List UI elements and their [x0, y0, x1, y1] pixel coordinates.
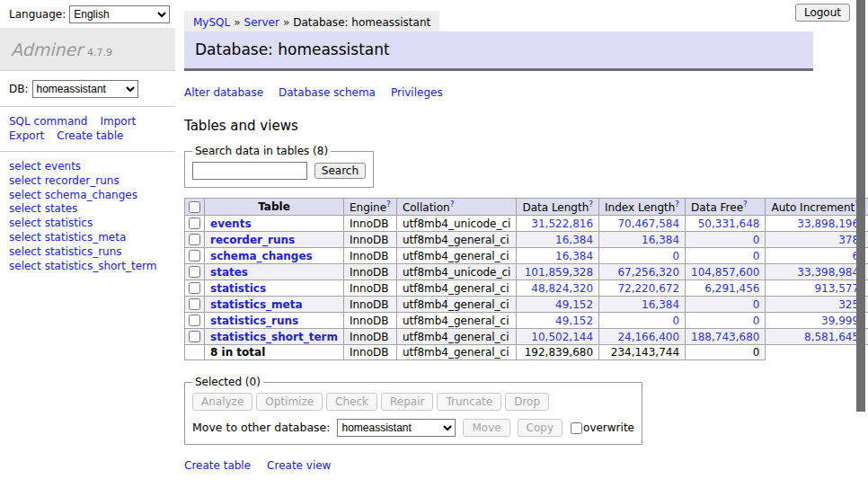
app-version: 4.7.9	[87, 47, 112, 58]
row-checkbox[interactable]	[189, 266, 200, 278]
data-length-cell: 16,384	[517, 248, 599, 264]
hint-marker[interactable]: ?	[675, 200, 679, 209]
hint-marker[interactable]: ?	[743, 200, 748, 209]
table-link-statistics_meta[interactable]: statistics_meta	[210, 298, 303, 311]
hint-marker[interactable]: ?	[450, 200, 455, 209]
sidebar-table-link-statistics[interactable]: statistics	[45, 217, 93, 229]
row-checkbox[interactable]	[189, 250, 200, 262]
collation-cell: utf8mb4_general_ci	[396, 297, 517, 313]
row-checkbox[interactable]	[189, 331, 200, 342]
totals-empty-cell	[185, 345, 205, 360]
truncate-button[interactable]: Truncate	[437, 393, 501, 411]
auto-increment-cell: 39,999	[766, 313, 865, 329]
data-length-cell: 49,152	[517, 297, 599, 313]
collation-cell: utf8mb4_unicode_ci	[396, 216, 517, 232]
logout-button[interactable]: Logout	[795, 4, 850, 22]
search-input[interactable]	[192, 162, 307, 180]
sidebar-table-link-states[interactable]: states	[45, 202, 78, 215]
row-checkbox[interactable]	[189, 234, 200, 245]
index-length-cell: 72,220,672	[599, 280, 686, 297]
row-checkbox[interactable]	[189, 298, 200, 310]
sidebar-table-link-recorder_runs[interactable]: recorder_runs	[45, 174, 120, 187]
select-all-checkbox[interactable]	[189, 201, 200, 213]
sidebar-table-link-statistics_runs[interactable]: statistics_runs	[45, 245, 122, 258]
search-button[interactable]: Search	[314, 163, 366, 179]
data-free-cell: 0	[686, 297, 766, 313]
sidebar-table-link-statistics_meta[interactable]: statistics_meta	[45, 231, 127, 244]
top-link-alter-database[interactable]: Alter database	[184, 86, 263, 99]
sidebar-table-link-events[interactable]: events	[45, 160, 81, 173]
selected-legend: Selected (0)	[192, 376, 263, 388]
optimize-button[interactable]: Optimize	[256, 393, 323, 411]
table-name-cell: recorder_runs	[205, 232, 344, 248]
data-length-cell: 16,384	[517, 232, 599, 248]
db-select[interactable]: homeassistant	[32, 80, 138, 98]
sidebar-table-link-statistics_short_term[interactable]: statistics_short_term	[45, 260, 157, 272]
app-brand: Adminer4.7.9	[0, 28, 175, 71]
select-link-statistics[interactable]: select	[9, 217, 41, 229]
column-header-table: Table	[205, 199, 344, 216]
search-fieldset: Search data in tables (8) Search	[184, 145, 374, 188]
table-row: statistics_short_termInnoDButf8mb4_gener…	[185, 329, 868, 345]
bottom-link-create-table[interactable]: Create table	[184, 459, 251, 472]
row-checkbox[interactable]	[189, 217, 200, 229]
top-link-privileges[interactable]: Privileges	[391, 86, 443, 99]
check-button[interactable]: Check	[326, 393, 377, 411]
row-checkbox[interactable]	[189, 315, 200, 326]
hint-marker[interactable]: ?	[386, 200, 391, 209]
overwrite-checkbox[interactable]	[571, 422, 582, 434]
rows-cell: ~ 3	[865, 248, 868, 264]
select-link-events[interactable]: select	[9, 160, 41, 173]
table-row: schema_changesInnoDButf8mb4_general_ci16…	[185, 248, 868, 264]
sidebar-link-import[interactable]: Import	[100, 115, 136, 128]
drop-button[interactable]: Drop	[505, 393, 549, 411]
select-link-states[interactable]: select	[9, 202, 41, 215]
table-name-cell: statistics	[205, 280, 344, 297]
sidebar-action-line: SQL commandImport	[9, 114, 166, 129]
totals-row: 8 in totalInnoDButf8mb4_general_ci192,83…	[185, 345, 868, 360]
row-checkbox[interactable]	[189, 282, 200, 294]
select-link-statistics_short_term[interactable]: select	[9, 260, 41, 272]
table-link-statistics_runs[interactable]: statistics_runs	[210, 315, 298, 327]
table-link-events[interactable]: events	[210, 217, 252, 230]
copy-button[interactable]: Copy	[518, 419, 562, 437]
top-link-database-schema[interactable]: Database schema	[279, 86, 376, 99]
sidebar-table-link-schema_changes[interactable]: schema_changes	[45, 189, 137, 201]
row-check-cell	[185, 297, 205, 313]
create-links: Create tableCreate view	[184, 459, 813, 472]
sidebar-link-export[interactable]: Export	[9, 129, 44, 142]
select-link-statistics_meta[interactable]: select	[9, 231, 41, 244]
engine-cell: InnoDB	[343, 280, 396, 297]
scrollbar-thumb[interactable]	[856, 0, 865, 412]
select-link-schema_changes[interactable]: select	[9, 189, 41, 201]
move-db-select[interactable]: homeassistant	[337, 419, 456, 437]
sidebar-actions: SQL commandImportExportCreate table	[0, 107, 175, 151]
select-link-recorder_runs[interactable]: select	[9, 174, 41, 187]
table-link-recorder_runs[interactable]: recorder_runs	[210, 234, 295, 246]
bottom-link-create-view[interactable]: Create view	[267, 459, 331, 472]
language-select[interactable]: English	[69, 5, 170, 23]
select-link-statistics_runs[interactable]: select	[9, 245, 41, 258]
move-button[interactable]: Move	[463, 419, 509, 437]
table-link-states[interactable]: states	[210, 266, 248, 279]
sidebar-table-item: selectstatistics_short_term	[9, 260, 166, 274]
table-link-schema_changes[interactable]: schema_changes	[210, 250, 313, 262]
hint-marker[interactable]: ?	[589, 200, 593, 209]
table-name-cell: states	[205, 264, 344, 280]
index-length-cell: 0	[599, 248, 686, 264]
column-header-index-length: Index Length?	[599, 199, 686, 216]
sidebar-link-sql-command[interactable]: SQL command	[9, 115, 87, 128]
table-row: statesInnoDButf8mb4_unicode_ci101,859,32…	[185, 264, 868, 280]
tables-heading: Tables and views	[184, 118, 813, 134]
table-link-statistics_short_term[interactable]: statistics_short_term	[210, 331, 338, 343]
rows-cell: ~ 299,833	[865, 264, 868, 280]
totals-index-length-cell: 234,143,744	[599, 345, 686, 360]
sidebar-table-item: selectstatistics	[9, 217, 166, 231]
sidebar-link-create-table[interactable]: Create table	[57, 129, 123, 142]
data-free-cell: 104,857,600	[686, 264, 766, 280]
repair-button[interactable]: Repair	[381, 393, 433, 411]
analyze-button[interactable]: Analyze	[192, 393, 252, 411]
table-header-row: TableEngine?Collation?Data Length?Index …	[185, 199, 868, 216]
table-link-statistics[interactable]: statistics	[210, 282, 266, 295]
engine-cell: InnoDB	[343, 232, 396, 248]
